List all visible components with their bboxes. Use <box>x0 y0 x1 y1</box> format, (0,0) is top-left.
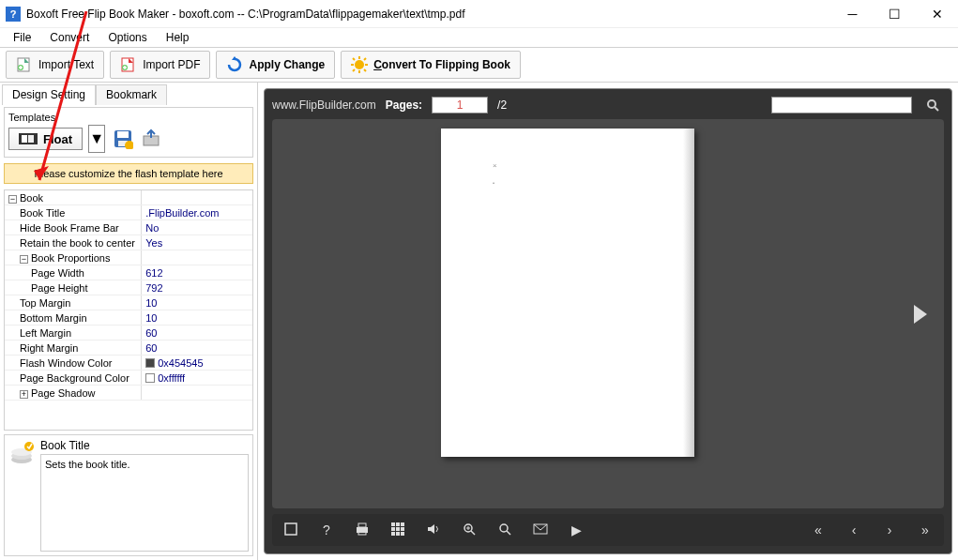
prop-top-margin-value[interactable]: 10 <box>141 295 252 310</box>
menu-convert[interactable]: Convert <box>40 29 99 46</box>
svg-rect-32 <box>396 522 400 526</box>
prop-top-margin[interactable]: Top Margin <box>5 297 141 309</box>
menu-help[interactable]: Help <box>157 29 199 46</box>
prop-right-margin[interactable]: Right Margin <box>5 342 141 354</box>
prop-page-bg-color[interactable]: Page Background Color <box>5 372 141 384</box>
thumbnails-button[interactable] <box>388 522 407 538</box>
svg-line-41 <box>471 531 475 535</box>
prop-retain-center-value[interactable]: Yes <box>141 235 252 250</box>
svg-point-4 <box>355 60 364 69</box>
prop-bottom-margin[interactable]: Bottom Margin <box>5 312 141 324</box>
last-page-button[interactable]: » <box>916 522 935 537</box>
svg-point-25 <box>928 100 935 108</box>
prop-page-width[interactable]: Page Width <box>5 267 141 279</box>
preview-header: www.FlipBuilder.com Pages: /2 <box>272 97 944 114</box>
maximize-button[interactable]: ☐ <box>874 0 916 27</box>
svg-line-9 <box>353 58 355 60</box>
prop-page-width-value[interactable]: 612 <box>141 265 252 280</box>
svg-point-44 <box>500 524 508 532</box>
svg-line-26 <box>935 107 938 111</box>
prop-book-title-value[interactable]: .FlipBuilder.com <box>141 205 252 219</box>
zoom-out-button[interactable] <box>495 522 514 538</box>
svg-line-45 <box>507 531 510 535</box>
refresh-icon <box>226 56 243 73</box>
prop-page-bg-color-value[interactable]: 0xffffff <box>141 371 252 385</box>
svg-line-11 <box>353 69 355 71</box>
template-name: Float <box>43 132 72 146</box>
customize-template-bar[interactable]: Please customize the flash template here <box>4 163 253 184</box>
export-template-button[interactable] <box>139 127 163 151</box>
prop-left-margin[interactable]: Left Margin <box>5 327 141 339</box>
template-icon <box>19 131 38 146</box>
prop-page-height-value[interactable]: 792 <box>141 280 252 295</box>
menu-file[interactable]: File <box>4 29 40 46</box>
import-pdf-icon <box>120 56 137 73</box>
prop-cat-page-shadow[interactable]: +Page Shadow <box>5 387 141 399</box>
import-pdf-button[interactable]: Import PDF <box>110 51 210 79</box>
autoplay-button[interactable]: ▶ <box>567 522 585 537</box>
prop-flash-window-color[interactable]: Flash Window Color <box>5 357 141 369</box>
color-swatch-icon <box>145 373 155 383</box>
template-dropdown[interactable]: ▼ <box>88 125 105 153</box>
convert-book-button[interactable]: Convert To Flipping Book <box>341 51 521 79</box>
prop-flash-window-color-value[interactable]: 0x454545 <box>141 356 252 370</box>
svg-rect-17 <box>117 131 129 138</box>
page-text-mark: × <box>493 161 497 170</box>
convert-icon <box>351 56 368 73</box>
sound-button[interactable] <box>424 522 443 538</box>
toolbar: Import Text Import PDF Apply Change Conv… <box>0 47 958 83</box>
search-button[interactable] <box>921 97 944 114</box>
prop-hide-frame-bar-value[interactable]: No <box>141 220 252 235</box>
next-page-arrow[interactable] <box>914 305 927 324</box>
prop-left-margin-value[interactable]: 60 <box>141 325 252 340</box>
svg-rect-29 <box>358 523 366 527</box>
left-panel: Design Setting Bookmark Templates Float … <box>0 83 258 560</box>
property-grid-scroll[interactable]: −Book Book Title.FlipBuilder.com Hide Bo… <box>5 190 252 430</box>
svg-rect-33 <box>401 522 404 526</box>
templates-label: Templates <box>8 112 249 123</box>
prop-retain-center[interactable]: Retain the book to center <box>5 237 141 249</box>
next-page-button[interactable]: › <box>880 522 899 537</box>
first-page-button[interactable]: « <box>809 522 828 537</box>
apply-change-label: Apply Change <box>249 58 325 71</box>
book-page[interactable]: × • <box>441 129 694 457</box>
prop-page-height[interactable]: Page Height <box>5 282 141 294</box>
preview-url: www.FlipBuilder.com <box>272 98 376 112</box>
fullscreen-button[interactable] <box>281 522 300 539</box>
svg-rect-35 <box>396 527 400 531</box>
page-edge-shadow <box>683 129 694 457</box>
close-button[interactable]: ✕ <box>916 0 958 27</box>
prop-bottom-margin-value[interactable]: 10 <box>141 310 252 325</box>
prev-page-button[interactable]: ‹ <box>844 522 863 537</box>
search-input[interactable] <box>771 97 912 114</box>
svg-rect-37 <box>391 532 395 536</box>
convert-book-label[interactable]: Convert To Flipping Book <box>373 58 510 71</box>
apply-change-button[interactable]: Apply Change <box>216 51 335 79</box>
preview-panel: www.FlipBuilder.com Pages: /2 × • <box>258 83 958 560</box>
prop-hide-frame-bar[interactable]: Hide Book Frame Bar <box>5 222 141 234</box>
save-template-button[interactable] <box>111 127 135 151</box>
current-page-input[interactable] <box>432 97 488 114</box>
import-text-button[interactable]: Import Text <box>6 51 104 79</box>
menu-options[interactable]: Options <box>99 29 156 46</box>
template-select-button[interactable]: Float <box>8 128 83 150</box>
prop-cat-book[interactable]: −Book <box>5 192 141 204</box>
minimize-button[interactable]: ─ <box>831 0 874 27</box>
preview-toolbar: ? ▶ « ‹ › » <box>272 514 944 546</box>
tab-bookmark[interactable]: Bookmark <box>96 84 167 105</box>
zoom-in-button[interactable] <box>460 522 479 538</box>
svg-point-24 <box>24 442 34 451</box>
templates-group: Templates Float ▼ <box>4 107 253 158</box>
import-text-label: Import Text <box>38 58 94 71</box>
svg-rect-31 <box>391 522 395 526</box>
prop-right-margin-value[interactable]: 60 <box>141 341 252 355</box>
prop-cat-proportions[interactable]: −Book Proportions <box>5 252 141 264</box>
preview-stage[interactable]: × • <box>272 119 944 508</box>
help-button[interactable]: ? <box>317 522 336 537</box>
print-button[interactable] <box>353 522 372 538</box>
prop-book-title[interactable]: Book Title <box>5 207 141 219</box>
property-grid: −Book Book Title.FlipBuilder.com Hide Bo… <box>4 189 253 431</box>
window-title: Boxoft Free Flip Book Maker - boxoft.com… <box>26 8 831 21</box>
tab-design-setting[interactable]: Design Setting <box>2 84 96 105</box>
email-button[interactable] <box>531 522 550 537</box>
